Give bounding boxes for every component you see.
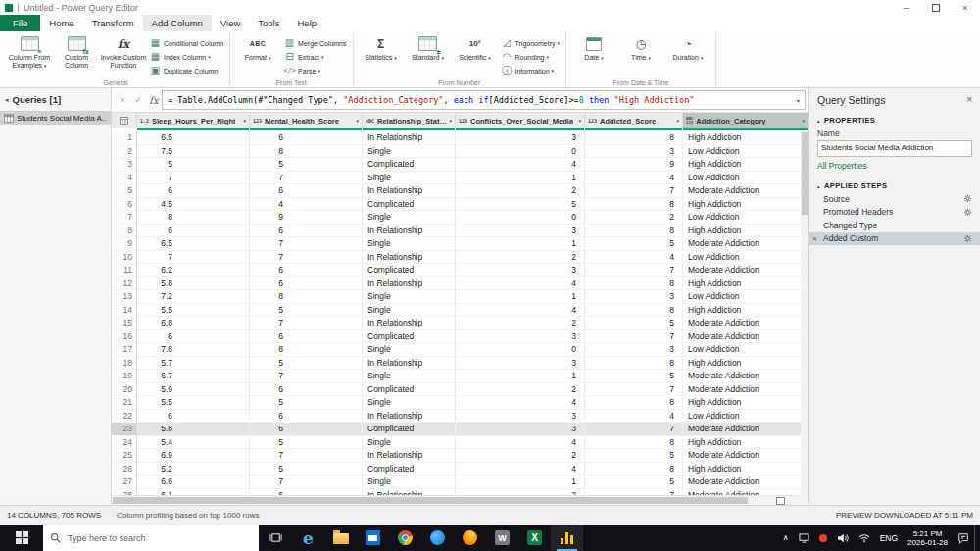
row-number[interactable]: 2 — [112, 145, 137, 159]
cell[interactable]: Single — [363, 343, 456, 357]
horizontal-scrollbar[interactable] — [112, 495, 808, 505]
edge-icon[interactable]: e — [292, 525, 324, 551]
cell[interactable]: High Addiction — [683, 357, 808, 371]
cell[interactable]: 0 — [456, 145, 585, 159]
ribbon-button-merge-columns[interactable]: ▥Merge Columns — [281, 36, 348, 50]
cell[interactable]: 6.5 — [137, 131, 250, 145]
close-pane-icon[interactable]: × — [966, 94, 972, 105]
column-header-relationship-status[interactable]: ABCRelationship_Status▾ — [363, 113, 456, 128]
properties-section-header[interactable]: ▴ PROPERTIES — [809, 111, 980, 126]
task-view-button[interactable] — [259, 525, 292, 551]
ribbon-button-extract[interactable]: ⊟Extract▾ — [281, 50, 348, 64]
profiling-status[interactable]: Column profiling based on top 1000 rows — [117, 511, 259, 520]
cell[interactable]: Single — [363, 211, 456, 225]
row-number[interactable]: 17 — [112, 343, 137, 357]
cell[interactable]: 8 — [585, 396, 683, 410]
cell[interactable]: 7 — [137, 251, 250, 265]
row-number[interactable]: 11 — [112, 264, 137, 277]
column-type-icon[interactable]: 1.2 — [140, 119, 149, 124]
ribbon-button-information[interactable]: ⓘInformation▾ — [499, 64, 563, 77]
cell[interactable]: Moderate Addiction — [683, 184, 808, 198]
cell[interactable]: 3 — [456, 410, 585, 424]
row-number[interactable]: 27 — [112, 476, 137, 489]
mail-icon[interactable] — [357, 525, 389, 551]
ribbon-button-column-from-examples[interactable]: ≡Column From Examples▾ — [6, 33, 53, 70]
start-button[interactable] — [0, 525, 43, 551]
cell[interactable]: 5 — [585, 317, 683, 330]
cell[interactable]: 7.2 — [137, 290, 250, 304]
cell[interactable]: 5 — [137, 158, 250, 172]
app-w-icon[interactable]: W — [486, 525, 518, 551]
cell[interactable]: 8 — [250, 290, 363, 304]
cell[interactable]: Complicated — [363, 158, 456, 172]
query-name-input[interactable]: Students Social Media Addiction — [817, 140, 972, 157]
cell[interactable]: Low Addiction — [683, 145, 808, 159]
chrome-icon[interactable] — [389, 525, 421, 551]
cell[interactable]: 3 — [456, 330, 585, 344]
cell[interactable]: 1 — [456, 172, 585, 185]
ribbon-button-trigonometry[interactable]: ◿Trigonometry▾ — [499, 36, 563, 50]
applied-step-changed-type[interactable]: Changed Type — [809, 219, 980, 232]
cell[interactable]: 5 — [250, 158, 363, 172]
row-number[interactable]: 13 — [112, 290, 137, 304]
cell[interactable]: Moderate Addiction — [683, 476, 808, 489]
cell[interactable]: High Addiction — [683, 225, 808, 238]
cell[interactable]: In Relationship — [363, 410, 456, 424]
cell[interactable]: 6 — [250, 264, 363, 277]
gear-icon[interactable] — [963, 194, 972, 203]
cell[interactable]: Complicated — [363, 463, 456, 476]
vertical-scrollbar-thumb[interactable] — [802, 132, 808, 215]
column-header-mental-health-score[interactable]: 123Mental_Health_Score▾ — [250, 113, 363, 128]
gear-icon[interactable] — [963, 208, 972, 217]
formula-check-icon[interactable]: ✓ — [130, 95, 146, 105]
cell[interactable]: 5.2 — [137, 463, 250, 476]
row-number[interactable]: 6 — [112, 198, 137, 212]
column-header-conflicts-over-social-media[interactable]: 123Conflicts_Over_Social_Media▾ — [456, 113, 585, 128]
cell[interactable]: 6.2 — [137, 264, 250, 277]
filter-dropdown-icon[interactable]: ▾ — [576, 118, 581, 124]
cell[interactable]: 8 — [250, 343, 363, 357]
cell[interactable]: Moderate Addiction — [683, 317, 808, 330]
cell[interactable]: 4 — [456, 436, 585, 450]
cell[interactable]: 4 — [585, 251, 683, 265]
row-number[interactable]: 24 — [112, 436, 137, 450]
cell[interactable]: 1 — [456, 370, 585, 383]
power-bi-icon[interactable] — [551, 525, 583, 551]
row-number[interactable]: 26 — [112, 463, 137, 476]
minimize-button[interactable]: ─ — [892, 0, 921, 15]
cell[interactable]: 7.5 — [137, 145, 250, 159]
cell[interactable]: 8 — [585, 463, 683, 476]
all-properties-link[interactable]: All Properties — [809, 158, 980, 176]
cell[interactable]: In Relationship — [363, 449, 456, 463]
cell[interactable]: Single — [363, 396, 456, 410]
row-number[interactable]: 9 — [112, 237, 137, 251]
cell[interactable]: 1 — [456, 476, 585, 489]
tab-add-column[interactable]: Add Column — [143, 15, 212, 31]
horizontal-scrollbar-thumb[interactable] — [113, 497, 748, 504]
filter-dropdown-icon[interactable]: ▾ — [447, 118, 452, 124]
cell[interactable]: 5.7 — [137, 357, 250, 371]
cell[interactable]: 6 — [250, 225, 363, 238]
row-number[interactable]: 8 — [112, 225, 137, 238]
cell[interactable]: 6 — [137, 410, 250, 424]
clock[interactable]: 5:21 PM 2026-01-28 — [903, 529, 953, 547]
cell[interactable]: Moderate Addiction — [683, 423, 808, 436]
cell[interactable]: High Addiction — [683, 131, 808, 145]
cell[interactable]: 6 — [137, 225, 250, 238]
row-number[interactable]: 20 — [112, 383, 137, 397]
cell[interactable]: 3 — [456, 357, 585, 371]
cell[interactable]: 5 — [250, 463, 363, 476]
action-center-button[interactable] — [953, 532, 974, 544]
column-type-icon[interactable]: 123 — [253, 119, 262, 124]
cell[interactable]: Complicated — [363, 198, 456, 212]
cell[interactable]: 3 — [456, 225, 585, 238]
cell[interactable]: Single — [363, 290, 456, 304]
cell[interactable]: Moderate Addiction — [683, 264, 808, 277]
cell[interactable]: 8 — [137, 211, 250, 225]
cell[interactable]: 4.5 — [137, 198, 250, 212]
cell[interactable]: Low Addiction — [683, 251, 808, 265]
cell[interactable]: 5 — [250, 396, 363, 410]
row-number[interactable]: 19 — [112, 370, 137, 383]
show-desktop-button[interactable] — [974, 525, 980, 551]
row-number[interactable]: 21 — [112, 396, 137, 410]
